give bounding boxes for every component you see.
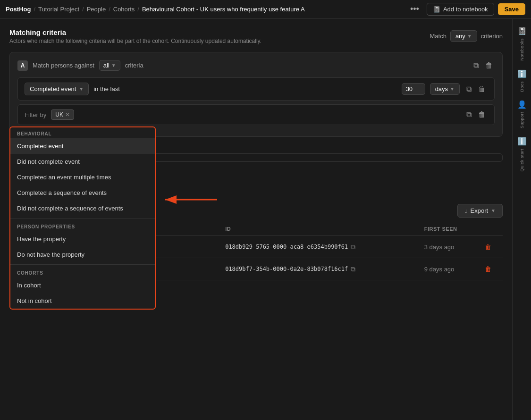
- dropdown-not-sequence[interactable]: Did not complete a sequence of events: [10, 201, 155, 216]
- person-id-value: 018d9bf7-354b-0000-0a2e-83b078f16c1f: [225, 266, 348, 272]
- copy-condition1-button[interactable]: ⧉: [464, 84, 473, 94]
- delete-person-icon[interactable]: 🗑: [485, 265, 491, 273]
- docs-icon: ℹ️: [517, 69, 527, 78]
- criteria-block-a: A Match persons against all ▼ criteria ⧉…: [9, 52, 503, 137]
- notebooks-icon: 📓: [517, 26, 527, 35]
- criteria-block-header: A Match persons against all ▼ criteria ⧉…: [17, 60, 495, 71]
- cohorts-link[interactable]: Cohorts: [113, 6, 135, 13]
- main-wrapper: Matching criteria Actors who match the f…: [0, 19, 531, 420]
- sep2: /: [82, 6, 84, 13]
- notebook-icon: 📓: [433, 6, 440, 13]
- copy-condition2-button[interactable]: ⧉: [464, 109, 473, 120]
- topbar: PostHog / Tutorial Project / People / Co…: [0, 0, 531, 19]
- right-sidebar: 📓 Notebooks ℹ️ Docs 👤 Support ℹ️ Quick s…: [512, 19, 531, 420]
- first-seen-cell: 3 days ago: [420, 236, 480, 258]
- days-select[interactable]: days ▼: [430, 83, 460, 95]
- days-caret-icon: ▼: [450, 86, 455, 92]
- dropdown-have-property[interactable]: Have the property: [10, 231, 155, 247]
- match-persons-label: Match persons against: [33, 62, 94, 69]
- matching-description: Actors who match the following criteria …: [9, 38, 261, 44]
- delete-person-icon[interactable]: 🗑: [485, 243, 491, 251]
- id-cell: 018d9bf7-354b-0000-0a2e-83b078f16c1f ⧉: [225, 265, 415, 273]
- condition-caret-icon: ▼: [79, 86, 84, 92]
- criteria-label: criteria: [125, 62, 143, 69]
- support-label: Support: [520, 112, 524, 128]
- delete-block-button[interactable]: 🗑: [483, 60, 495, 71]
- block-actions: ⧉ 🗑: [472, 60, 495, 71]
- sep1: /: [34, 6, 35, 13]
- dropdown-menu: BEHAVIORAL Completed event Did not compl…: [9, 126, 156, 310]
- copy-id-icon[interactable]: ⧉: [351, 243, 355, 251]
- copy-id-icon[interactable]: ⧉: [351, 265, 355, 273]
- uk-tag-remove[interactable]: ✕: [65, 111, 70, 118]
- dropdown-not-cohort[interactable]: Not in cohort: [10, 293, 155, 309]
- col-id: ID: [220, 222, 420, 236]
- divider1: [10, 218, 155, 218]
- quickstart-icon: ℹ️: [517, 137, 527, 146]
- save-button[interactable]: Save: [498, 3, 525, 15]
- arrow-indicator: [160, 193, 217, 207]
- col-actions-header: [480, 222, 503, 236]
- quickstart-label: Quick start: [520, 149, 524, 172]
- all-select[interactable]: all ▼: [99, 60, 120, 71]
- condition-detail: in the last: [93, 85, 396, 92]
- cohorts-section-label: COHORTS: [10, 267, 155, 277]
- topbar-actions: ••• 📓 Add to notebook Save: [406, 2, 525, 16]
- export-caret-icon: ▼: [491, 208, 496, 213]
- first-seen-cell: 9 days ago: [420, 258, 480, 280]
- docs-label: Docs: [520, 81, 524, 92]
- sep3: /: [109, 6, 110, 13]
- delete-condition1-button[interactable]: 🗑: [476, 84, 488, 94]
- uk-tag: UK ✕: [51, 109, 74, 120]
- divider2: [10, 264, 155, 265]
- content-area: Matching criteria Actors who match the f…: [0, 19, 512, 420]
- export-button[interactable]: ↓ Export ▼: [457, 204, 503, 218]
- project-name[interactable]: Tutorial Project: [38, 6, 79, 13]
- people-link[interactable]: People: [87, 6, 106, 13]
- match-caret-icon: ▼: [467, 34, 472, 39]
- dropdown-no-property[interactable]: Do not have the property: [10, 247, 155, 262]
- sep4: /: [137, 6, 139, 13]
- criterion-label: criterion: [481, 33, 503, 40]
- match-label: Match: [430, 33, 446, 40]
- dropdown-completed-event[interactable]: Completed event: [10, 138, 155, 154]
- matching-title: Matching criteria: [9, 28, 261, 36]
- more-options-button[interactable]: •••: [406, 2, 423, 16]
- breadcrumb: PostHog / Tutorial Project / People / Co…: [6, 6, 406, 13]
- sidebar-docs[interactable]: ℹ️ Docs: [513, 66, 531, 96]
- notebooks-label: Notebooks: [520, 38, 524, 61]
- export-icon: ↓: [464, 207, 468, 214]
- delete-condition2-button[interactable]: 🗑: [476, 109, 488, 120]
- id-cell: 018db929-5765-0000-aca8-e6354b990f61 ⧉: [225, 243, 415, 251]
- dropdown-did-not-complete[interactable]: Did not complete event: [10, 154, 155, 169]
- col-first-seen: FIRST SEEN: [420, 222, 480, 236]
- sidebar-notebooks[interactable]: 📓 Notebooks: [513, 23, 531, 65]
- dropdown-in-cohort[interactable]: In cohort: [10, 277, 155, 293]
- all-caret-icon: ▼: [111, 63, 116, 68]
- copy-block-button[interactable]: ⧉: [472, 60, 480, 71]
- behavioral-section-label: BEHAVIORAL: [10, 127, 155, 138]
- dropdown-sequence[interactable]: Completed a sequence of events: [10, 185, 155, 201]
- person-props-label: PERSON PROPERTIES: [10, 220, 155, 231]
- condition-row-2: Filter by UK ✕ ⧉ 🗑: [17, 104, 495, 125]
- dropdown-multiple-times[interactable]: Completed an event multiple times: [10, 169, 155, 185]
- condition-row-1: Completed event ▼ in the last days ▼ ⧉ 🗑: [17, 77, 495, 101]
- block-letter: A: [17, 60, 28, 71]
- support-icon: 👤: [517, 100, 527, 109]
- matching-header: Matching criteria Actors who match the f…: [9, 28, 503, 44]
- brand-name[interactable]: PostHog: [6, 6, 31, 13]
- days-input[interactable]: [402, 83, 425, 95]
- page-title: Behavioural Cohort - UK users who freque…: [142, 6, 305, 13]
- filter-label: Filter by: [25, 111, 46, 118]
- person-id-value: 018db929-5765-0000-aca8-e6354b990f61: [225, 244, 348, 250]
- add-to-notebook-button[interactable]: 📓 Add to notebook: [427, 3, 494, 16]
- condition-type-dropdown[interactable]: Completed event ▼: [25, 83, 89, 95]
- sidebar-support[interactable]: 👤 Support: [513, 96, 531, 132]
- match-select[interactable]: any ▼: [450, 30, 477, 42]
- arrow-svg: [160, 193, 217, 207]
- sidebar-quickstart[interactable]: ℹ️ Quick start: [513, 133, 531, 176]
